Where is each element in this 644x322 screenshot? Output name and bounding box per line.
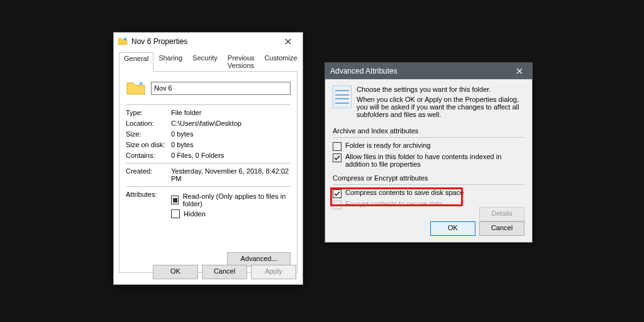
location-label: Location: <box>126 119 171 127</box>
divider <box>126 104 291 105</box>
index-label: Allow files in this folder to have conte… <box>345 153 525 168</box>
advanced-intro-line1: Choose the settings you want for this fo… <box>357 86 525 93</box>
encrypt-label: Encrypt contents to secure data <box>345 200 443 208</box>
size-on-disk-label: Size on disk: <box>126 141 171 148</box>
tab-general[interactable]: General <box>119 52 153 72</box>
close-icon[interactable] <box>277 35 299 48</box>
archive-checkbox[interactable] <box>333 142 341 151</box>
apply-button[interactable]: Apply <box>251 265 296 279</box>
location-value: C:\Users\fatiw\Desktop <box>171 119 291 127</box>
archive-label: Folder is ready for archiving <box>345 142 431 149</box>
advanced-intro-line2: When you click OK or Apply on the Proper… <box>357 96 525 118</box>
encrypt-checkbox <box>333 201 341 209</box>
readonly-checkbox[interactable] <box>171 196 179 204</box>
size-on-disk-value: 0 bytes <box>171 141 291 148</box>
tab-security[interactable]: Security <box>187 52 223 71</box>
contains-value: 0 Files, 0 Folders <box>171 152 291 159</box>
archive-group-label: Archive and Index attributes <box>333 127 525 135</box>
contains-label: Contains: <box>126 152 171 159</box>
compress-label: Compress contents to save disk space <box>345 189 464 196</box>
tab-customize[interactable]: Customize <box>260 52 303 71</box>
advanced-title: Advanced Attributes <box>330 67 397 75</box>
divider <box>333 137 525 138</box>
advanced-titlebar[interactable]: Advanced Attributes <box>325 63 532 79</box>
index-checkbox[interactable] <box>333 153 341 162</box>
folder-icon <box>118 36 128 47</box>
advanced-intro: Choose the settings you want for this fo… <box>357 86 525 121</box>
readonly-label: Read-only (Only applies to files in fold… <box>182 192 291 208</box>
advanced-attributes-window: Advanced Attributes Choose the settings … <box>325 62 533 243</box>
compress-group-label: Compress or Encrypt attributes <box>333 174 525 182</box>
properties-tabstrip: General Sharing Security Previous Versio… <box>119 50 297 72</box>
tab-previous-versions[interactable]: Previous Versions <box>223 52 260 71</box>
compress-checkbox[interactable] <box>333 189 341 198</box>
close-icon[interactable] <box>507 63 532 79</box>
type-value: File folder <box>171 109 291 116</box>
ok-button[interactable]: OK <box>430 221 475 236</box>
divider <box>126 186 291 187</box>
size-value: 0 bytes <box>171 130 291 138</box>
properties-titlebar[interactable]: Nov 6 Properties <box>114 33 303 50</box>
general-tab-panel: Type:File folder Location:C:\Users\fatiw… <box>119 72 297 273</box>
folder-name-input[interactable] <box>151 82 291 95</box>
properties-title: Nov 6 Properties <box>131 37 277 46</box>
cancel-button[interactable]: Cancel <box>479 221 525 236</box>
divider <box>333 184 525 185</box>
details-button: Details <box>479 207 525 221</box>
cancel-button[interactable]: Cancel <box>202 265 247 279</box>
svg-point-0 <box>124 38 126 40</box>
attributes-sheet-icon <box>333 86 352 108</box>
size-label: Size: <box>126 130 171 138</box>
hidden-checkbox[interactable] <box>171 209 180 218</box>
created-label: Created: <box>126 167 171 182</box>
folder-properties-window: Nov 6 Properties General Sharing Securit… <box>113 32 303 285</box>
hidden-label: Hidden <box>184 210 206 218</box>
ok-button[interactable]: OK <box>153 265 198 279</box>
tab-sharing[interactable]: Sharing <box>153 52 187 71</box>
divider <box>126 163 291 164</box>
attributes-label: Attributes: <box>126 191 171 198</box>
created-value: Yesterday, November 6, 2018, 8:42:02 PM <box>171 167 291 182</box>
type-label: Type: <box>126 109 171 116</box>
folder-large-icon <box>126 78 146 98</box>
